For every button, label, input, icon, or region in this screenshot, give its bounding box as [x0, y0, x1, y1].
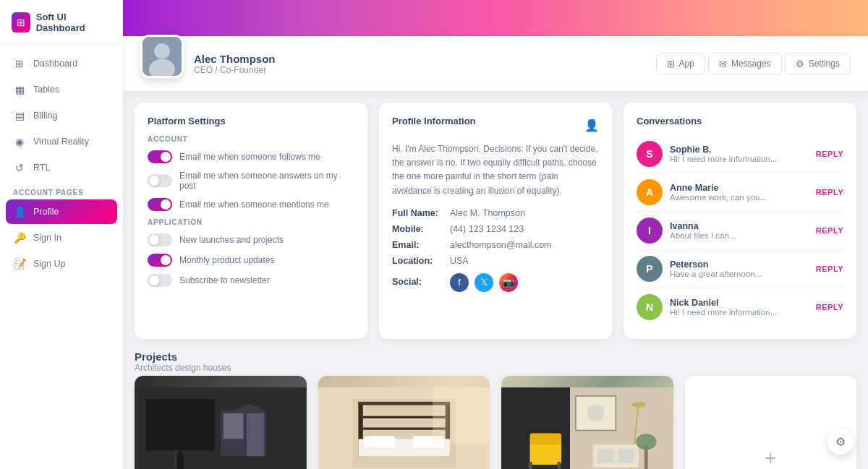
svg-rect-9	[224, 413, 244, 439]
conv-anne-avatar: A	[637, 179, 663, 205]
conv-sophie-reply[interactable]: REPLY	[816, 150, 843, 158]
toggle-answers-switch[interactable]	[148, 174, 172, 187]
content-area: Platform Settings ACCOUNT Email me when …	[123, 91, 868, 469]
project-minimalist[interactable]: Project #3 Minimalist Different people h…	[501, 376, 673, 469]
edit-icon[interactable]: 👤	[584, 119, 599, 132]
field-email: Email: alecthompson@mail.com	[392, 240, 599, 250]
conv-ivanna-msg: About files I can...	[670, 231, 809, 240]
project-modern[interactable]: Project #2 Modern As Uber works through …	[135, 376, 307, 469]
sidebar-item-label: RTL	[33, 163, 50, 173]
toggle-newsletter: Subscribe to newsletter	[148, 274, 354, 287]
conv-sophie-avatar: S	[637, 141, 663, 167]
conv-sophie-info: Sophie B. Hi! I need more information...	[670, 145, 809, 163]
sidebar-item-billing[interactable]: ▤ Billing	[6, 103, 117, 128]
toggle-updates-switch[interactable]	[148, 254, 172, 267]
toggle-newsletter-switch[interactable]	[148, 274, 172, 287]
field-location-label: Location:	[392, 256, 450, 266]
conv-peterson-avatar: P	[637, 256, 663, 282]
signup-icon: 📝	[13, 258, 26, 270]
conv-anne-reply[interactable]: REPLY	[816, 188, 843, 197]
svg-point-25	[587, 405, 605, 422]
sidebar-item-label: Profile	[33, 207, 59, 217]
sidebar-item-label: Billing	[33, 111, 57, 121]
toggle-launches-label: New launches and projects	[179, 235, 284, 245]
toggle-newsletter-label: Subscribe to newsletter	[179, 275, 270, 285]
logo-text: Soft UI Dashboard	[36, 12, 111, 33]
svg-rect-33	[597, 449, 613, 463]
banner-wrapper	[123, 0, 868, 36]
sidebar-nav: ⊞ Dashboard ▦ Tables ▤ Billing ◉ Virtual…	[0, 51, 123, 457]
conv-ivanna: I Ivanna About files I can... REPLY	[637, 212, 843, 250]
conv-ivanna-reply[interactable]: REPLY	[816, 226, 843, 235]
sidebar-item-sign-up[interactable]: 📝 Sign Up	[6, 251, 117, 276]
platform-settings-title: Platform Settings	[148, 116, 354, 126]
toggle-follows-label: Email me when someone follows me	[179, 152, 320, 162]
profile-name: Alec Thompson	[194, 53, 656, 65]
sidebar-logo: ⊞ Soft UI Dashboard	[0, 12, 123, 46]
app-tab-icon: ⊞	[667, 59, 675, 69]
sidebar-item-rtl[interactable]: ↺ RTL	[6, 155, 117, 180]
twitter-icon[interactable]: 𝕏	[475, 273, 493, 292]
svg-rect-28	[530, 442, 562, 465]
sidebar-item-label: Tables	[33, 85, 59, 95]
new-project-card[interactable]: + New project	[685, 376, 857, 469]
svg-rect-21	[433, 387, 490, 444]
toggle-updates: Monthly product updates	[148, 254, 354, 267]
projects-subtitle: Architects design houses	[135, 363, 856, 373]
project-scandi[interactable]: Project #1 Scandinavian Music is somethi…	[318, 376, 490, 469]
field-mobile-label: Mobile:	[392, 224, 450, 234]
profile-header: Alec Thompson CEO / Co-Founder ⊞ App ✉ M…	[123, 36, 868, 91]
svg-rect-19	[364, 436, 396, 447]
instagram-icon[interactable]: 📷	[499, 273, 518, 292]
main-content: Alec Thompson CEO / Co-Founder ⊞ App ✉ M…	[123, 0, 868, 469]
project-modern-image	[135, 376, 307, 469]
sidebar-item-virtual-reality[interactable]: ◉ Virtual Reality	[6, 129, 117, 154]
profile-info: Alec Thompson CEO / Co-Founder	[194, 53, 656, 75]
sidebar-item-sign-in[interactable]: 🔑 Sign In	[6, 225, 117, 250]
toggle-follows-switch[interactable]	[148, 150, 172, 163]
account-label: ACCOUNT	[148, 135, 354, 143]
conv-sophie-name: Sophie B.	[670, 145, 809, 155]
svg-rect-30	[529, 462, 532, 469]
sidebar-item-dashboard[interactable]: ⊞ Dashboard	[6, 51, 117, 76]
sidebar-item-label: Virtual Reality	[33, 137, 89, 147]
conv-ivanna-avatar: I	[637, 218, 663, 244]
profile-info-card: Profile Information 👤 Hi, I'm Alec Thomp…	[379, 103, 612, 339]
conv-nick-name: Nick Daniel	[670, 298, 809, 308]
billing-icon: ▤	[13, 110, 26, 121]
conv-anne: A Anne Marie Awesome work, can you... RE…	[637, 173, 843, 212]
conv-sophie-msg: Hi! I need more information...	[670, 155, 809, 163]
tab-app[interactable]: ⊞ App	[656, 53, 705, 75]
tab-settings[interactable]: ⚙ Settings	[785, 53, 851, 75]
conversations-card: Conversations S Sophie B. Hi! I need mor…	[624, 103, 856, 339]
settings-gear-button[interactable]: ⚙	[827, 429, 854, 455]
logo-icon: ⊞	[12, 12, 30, 33]
tab-messages[interactable]: ✉ Messages	[708, 53, 782, 75]
field-location: Location: USA	[392, 256, 599, 266]
profile-bio: Hi, I'm Alec Thompson, Decisions: If you…	[392, 142, 599, 198]
projects-grid: Project #2 Modern As Uber works through …	[135, 376, 856, 469]
sidebar-item-tables[interactable]: ▦ Tables	[6, 77, 117, 102]
conv-anne-msg: Awesome work, can you...	[670, 193, 809, 202]
facebook-icon[interactable]: f	[450, 273, 469, 292]
conv-nick-info: Nick Daniel Hi! I need more information.…	[670, 298, 809, 317]
conv-nick-reply[interactable]: REPLY	[816, 303, 843, 311]
svg-rect-29	[530, 433, 562, 444]
messages-tab-icon: ✉	[719, 59, 727, 69]
conv-sophie: S Sophie B. Hi! I need more information.…	[637, 135, 843, 173]
field-social-label: Social:	[392, 277, 450, 287]
projects-section: Projects Architects design houses	[135, 350, 856, 469]
field-fullname-label: Full Name:	[392, 208, 450, 218]
field-mobile: Mobile: (44) 123 1234 123	[392, 224, 599, 234]
avatar-image	[142, 37, 182, 76]
tables-icon: ▦	[13, 84, 26, 95]
toggle-launches-switch[interactable]	[148, 233, 172, 246]
toggle-mentions-switch[interactable]	[148, 198, 172, 211]
tab-messages-label: Messages	[731, 59, 771, 69]
conv-peterson: P Peterson Have a great afternoon... REP…	[637, 250, 843, 288]
tab-settings-label: Settings	[809, 59, 840, 69]
conv-peterson-reply[interactable]: REPLY	[816, 264, 843, 273]
sidebar-item-profile[interactable]: 👤 Profile	[6, 199, 117, 224]
toggle-launches: New launches and projects	[148, 233, 354, 246]
project-scandi-image	[318, 376, 490, 469]
